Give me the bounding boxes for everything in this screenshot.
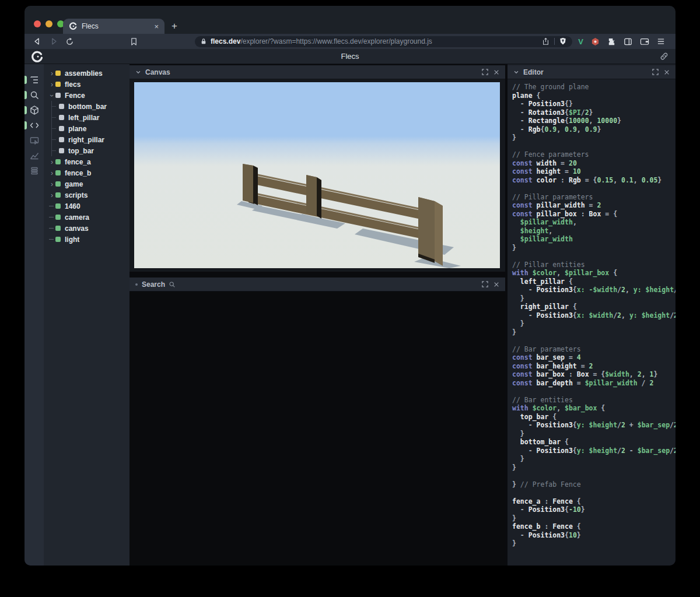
expand-caret-icon[interactable]: › bbox=[48, 80, 55, 89]
sidebar-stats-chart-icon[interactable] bbox=[24, 148, 44, 163]
code-line: } // Prefab Fence bbox=[512, 480, 676, 489]
back-button[interactable] bbox=[33, 37, 42, 46]
expand-caret-icon[interactable]: › bbox=[48, 169, 55, 177]
sidebar-entities-cube-icon[interactable] bbox=[24, 103, 44, 118]
code-line: // The ground plane bbox=[512, 83, 676, 92]
bookmark-icon[interactable] bbox=[130, 37, 138, 46]
vue-devtools-icon[interactable]: V bbox=[578, 37, 583, 46]
expand-caret-icon[interactable]: › bbox=[48, 158, 55, 166]
code-line: const pillar_width = 2 bbox=[512, 201, 676, 210]
tree-item-fence_a[interactable]: ›fence_a bbox=[48, 156, 130, 167]
sidebar-entity-tree-icon[interactable] bbox=[24, 72, 44, 87]
tree-item-scripts[interactable]: ›scripts bbox=[48, 189, 130, 201]
tree-item-Fence[interactable]: ›Fence bbox=[48, 90, 130, 101]
tree-item-label: plane bbox=[68, 125, 86, 133]
collapse-caret-icon[interactable]: › bbox=[48, 92, 56, 99]
leaf-dash bbox=[48, 228, 55, 229]
3d-viewport-fence-render[interactable] bbox=[134, 82, 500, 268]
tree-item-fence_b[interactable]: ›fence_b bbox=[48, 167, 130, 178]
tree-item-left_pillar[interactable]: left_pillar bbox=[48, 112, 130, 123]
browser-tab[interactable]: Flecs × bbox=[63, 19, 164, 34]
share-icon[interactable] bbox=[542, 37, 550, 45]
code-line: - Rectangle{10000, 10000} bbox=[512, 117, 676, 125]
code-line: // Pillar parameters bbox=[512, 193, 676, 202]
tree-item-label: 1460 bbox=[65, 202, 80, 210]
code-line: const pillar_box : Box = { bbox=[512, 210, 676, 219]
tree-item-right_pillar[interactable]: right_pillar bbox=[48, 134, 130, 145]
tree-item-top_bar[interactable]: top_bar bbox=[48, 145, 130, 156]
tree-connector bbox=[51, 145, 59, 156]
tree-item-assemblies[interactable]: ›assemblies bbox=[48, 68, 130, 79]
sidebar-logs-rows-icon[interactable] bbox=[24, 163, 44, 178]
editor-panel: Editor // The ground planeplane { - Posi… bbox=[508, 64, 676, 566]
tree-item-flecs[interactable]: ›flecs bbox=[48, 79, 130, 90]
expand-caret-icon[interactable]: › bbox=[48, 69, 55, 78]
script-code-icon bbox=[29, 120, 40, 131]
browser-window: Flecs × + flecs.dev/explorer/?wasm=https… bbox=[24, 6, 676, 566]
tree-item-game[interactable]: ›game bbox=[48, 178, 130, 189]
tree-item-bottom_bar[interactable]: bottom_bar bbox=[48, 101, 130, 112]
chevron-down-icon[interactable] bbox=[135, 69, 141, 75]
entity-color-dot bbox=[55, 192, 61, 198]
close-window-button[interactable] bbox=[34, 20, 41, 27]
fullscreen-icon[interactable] bbox=[482, 69, 488, 75]
traffic-lights bbox=[34, 20, 64, 27]
tree-item-camera[interactable]: camera bbox=[48, 212, 130, 223]
logs-rows-icon bbox=[29, 166, 40, 176]
code-line bbox=[512, 472, 676, 480]
wallet-icon[interactable] bbox=[640, 37, 649, 45]
expand-caret-icon[interactable]: › bbox=[48, 180, 55, 188]
entity-color-dot bbox=[55, 82, 61, 87]
tab-close-icon[interactable]: × bbox=[154, 22, 159, 31]
sidebar-toggle-icon[interactable] bbox=[624, 37, 632, 46]
tree-item-label: right_pillar bbox=[68, 136, 104, 144]
entity-color-dot bbox=[55, 170, 61, 175]
brave-shield-icon[interactable] bbox=[559, 37, 566, 45]
close-icon[interactable] bbox=[664, 69, 670, 75]
code-line bbox=[512, 184, 676, 193]
entity-color-dot bbox=[59, 115, 64, 120]
middle-column: Canvas bbox=[130, 64, 505, 566]
code-line: } bbox=[512, 244, 676, 252]
active-indicator bbox=[24, 76, 27, 84]
close-icon[interactable] bbox=[494, 69, 499, 75]
entity-color-dot bbox=[55, 93, 61, 98]
reload-button[interactable] bbox=[65, 37, 74, 46]
forward-button[interactable] bbox=[49, 37, 58, 46]
tree-connector bbox=[51, 123, 59, 134]
entity-color-dot bbox=[55, 237, 61, 242]
panel-title: Search bbox=[142, 280, 165, 289]
code-line: // Fence parameters bbox=[512, 150, 676, 159]
code-line: // Bar entities bbox=[512, 396, 676, 405]
extensions-puzzle-icon[interactable] bbox=[607, 37, 616, 46]
new-tab-button[interactable]: + bbox=[172, 20, 177, 33]
sidebar-query-search-icon[interactable] bbox=[24, 87, 44, 103]
tree-item-1460[interactable]: 1460 bbox=[48, 201, 130, 212]
code-line: const bar_sep = 4 bbox=[512, 353, 676, 362]
url-bar[interactable]: flecs.dev/explorer/?wasm=https://www.fle… bbox=[195, 36, 572, 47]
collapse-dot-icon[interactable] bbox=[135, 283, 138, 286]
tree-item-light[interactable]: light bbox=[48, 234, 130, 245]
tree-item-label: Fence bbox=[65, 92, 85, 100]
expand-caret-icon[interactable]: › bbox=[48, 191, 55, 199]
code-line: right_pillar { bbox=[512, 303, 676, 311]
minimize-window-button[interactable] bbox=[46, 20, 52, 27]
sidebar-script-code-icon[interactable] bbox=[24, 118, 44, 133]
script-editor[interactable]: // The ground planeplane { - Position3{}… bbox=[508, 79, 676, 566]
menu-hamburger-icon[interactable] bbox=[657, 38, 665, 45]
code-line: plane { bbox=[512, 92, 676, 100]
sidebar-canvas-screen-icon[interactable] bbox=[24, 133, 44, 148]
share-link-icon[interactable] bbox=[660, 52, 668, 61]
close-icon[interactable] bbox=[494, 282, 499, 287]
fullscreen-icon[interactable] bbox=[652, 69, 659, 75]
code-line: } bbox=[512, 539, 676, 548]
fullscreen-icon[interactable] bbox=[482, 281, 488, 287]
chevron-down-icon[interactable] bbox=[513, 69, 519, 75]
tree-item-label: top_bar bbox=[68, 147, 94, 155]
lock-icon bbox=[201, 38, 206, 45]
tree-item-canvas[interactable]: canvas bbox=[48, 223, 130, 234]
tree-item-plane[interactable]: plane bbox=[48, 123, 130, 134]
search-panel-body[interactable] bbox=[130, 292, 505, 566]
tree-item-label: canvas bbox=[65, 224, 89, 233]
adblock-extension-icon[interactable] bbox=[591, 37, 600, 46]
